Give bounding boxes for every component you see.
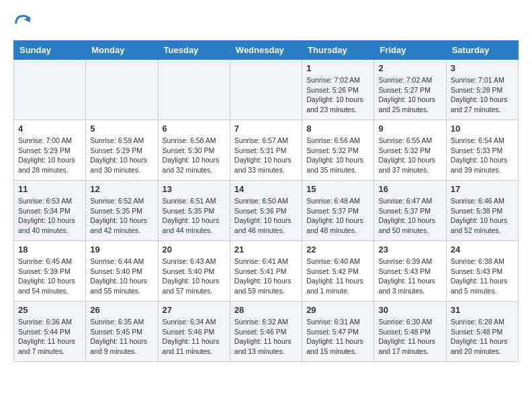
day-info: Sunrise: 6:34 AM Sunset: 5:46 PM Dayligh… <box>163 317 226 357</box>
day-number: 15 <box>306 184 369 194</box>
calendar-cell: 27Sunrise: 6:34 AM Sunset: 5:46 PM Dayli… <box>158 302 230 362</box>
day-number: 20 <box>163 244 226 255</box>
day-number: 10 <box>451 124 514 134</box>
day-info: Sunrise: 6:54 AM Sunset: 5:33 PM Dayligh… <box>451 136 514 175</box>
day-number: 25 <box>18 305 81 315</box>
calendar-cell: 13Sunrise: 6:51 AM Sunset: 5:35 PM Dayli… <box>158 181 230 241</box>
day-info: Sunrise: 6:30 AM Sunset: 5:48 PM Dayligh… <box>378 317 441 357</box>
day-number: 13 <box>163 184 226 194</box>
calendar-cell: 23Sunrise: 6:39 AM Sunset: 5:43 PM Dayli… <box>374 241 446 302</box>
calendar-cell <box>86 60 158 120</box>
day-number: 6 <box>163 124 226 134</box>
calendar-cell: 29Sunrise: 6:31 AM Sunset: 5:47 PM Dayli… <box>302 302 374 362</box>
day-header-saturday: Saturday <box>446 41 518 60</box>
calendar-cell: 8Sunrise: 6:56 AM Sunset: 5:32 PM Daylig… <box>302 120 374 181</box>
day-number: 27 <box>163 305 226 315</box>
day-info: Sunrise: 6:50 AM Sunset: 5:36 PM Dayligh… <box>234 196 298 236</box>
day-info: Sunrise: 6:32 AM Sunset: 5:46 PM Dayligh… <box>234 317 298 357</box>
day-info: Sunrise: 6:28 AM Sunset: 5:48 PM Dayligh… <box>451 317 514 357</box>
day-number: 18 <box>18 244 81 255</box>
calendar-week-row: 11Sunrise: 6:53 AM Sunset: 5:34 PM Dayli… <box>14 181 519 241</box>
day-number: 8 <box>306 124 369 134</box>
calendar-cell <box>158 60 230 120</box>
day-header-tuesday: Tuesday <box>158 41 230 60</box>
day-number: 5 <box>90 124 153 134</box>
day-info: Sunrise: 6:43 AM Sunset: 5:40 PM Dayligh… <box>163 257 226 296</box>
day-number: 28 <box>234 305 298 315</box>
day-number: 24 <box>451 244 514 255</box>
calendar-cell: 10Sunrise: 6:54 AM Sunset: 5:33 PM Dayli… <box>446 120 518 181</box>
calendar-week-row: 4Sunrise: 7:00 AM Sunset: 5:29 PM Daylig… <box>14 120 519 181</box>
day-number: 31 <box>451 305 514 315</box>
calendar-cell: 2Sunrise: 7:02 AM Sunset: 5:27 PM Daylig… <box>374 60 446 120</box>
day-info: Sunrise: 6:47 AM Sunset: 5:37 PM Dayligh… <box>378 196 441 236</box>
day-info: Sunrise: 6:38 AM Sunset: 5:43 PM Dayligh… <box>451 257 514 296</box>
calendar-table: SundayMondayTuesdayWednesdayThursdayFrid… <box>13 40 519 362</box>
calendar-cell: 19Sunrise: 6:44 AM Sunset: 5:40 PM Dayli… <box>86 241 158 302</box>
calendar-cell: 21Sunrise: 6:41 AM Sunset: 5:41 PM Dayli… <box>230 241 302 302</box>
day-info: Sunrise: 7:02 AM Sunset: 5:27 PM Dayligh… <box>378 75 441 115</box>
calendar-week-row: 1Sunrise: 7:02 AM Sunset: 5:26 PM Daylig… <box>14 60 519 120</box>
day-info: Sunrise: 6:58 AM Sunset: 5:30 PM Dayligh… <box>163 136 226 175</box>
day-info: Sunrise: 6:39 AM Sunset: 5:43 PM Dayligh… <box>378 257 441 296</box>
calendar-cell: 7Sunrise: 6:57 AM Sunset: 5:31 PM Daylig… <box>230 120 302 181</box>
day-header-thursday: Thursday <box>302 41 374 60</box>
calendar-cell: 5Sunrise: 6:59 AM Sunset: 5:29 PM Daylig… <box>86 120 158 181</box>
day-info: Sunrise: 6:57 AM Sunset: 5:31 PM Dayligh… <box>234 136 298 175</box>
calendar-cell <box>14 60 86 120</box>
day-number: 29 <box>306 305 369 315</box>
calendar-cell: 26Sunrise: 6:35 AM Sunset: 5:45 PM Dayli… <box>86 302 158 362</box>
page-header <box>13 13 519 34</box>
calendar-cell: 16Sunrise: 6:47 AM Sunset: 5:37 PM Dayli… <box>374 181 446 241</box>
day-number: 14 <box>234 184 298 194</box>
calendar-cell: 1Sunrise: 7:02 AM Sunset: 5:26 PM Daylig… <box>302 60 374 120</box>
calendar-cell: 18Sunrise: 6:45 AM Sunset: 5:39 PM Dayli… <box>14 241 86 302</box>
day-header-sunday: Sunday <box>14 41 86 60</box>
day-number: 12 <box>90 184 153 194</box>
day-info: Sunrise: 6:52 AM Sunset: 5:35 PM Dayligh… <box>90 196 153 236</box>
calendar-cell: 17Sunrise: 6:46 AM Sunset: 5:38 PM Dayli… <box>446 181 518 241</box>
day-info: Sunrise: 6:31 AM Sunset: 5:47 PM Dayligh… <box>306 317 369 357</box>
calendar-cell: 9Sunrise: 6:55 AM Sunset: 5:32 PM Daylig… <box>374 120 446 181</box>
calendar-cell: 14Sunrise: 6:50 AM Sunset: 5:36 PM Dayli… <box>230 181 302 241</box>
day-info: Sunrise: 6:40 AM Sunset: 5:42 PM Dayligh… <box>306 257 369 296</box>
day-number: 23 <box>378 244 441 255</box>
day-info: Sunrise: 6:44 AM Sunset: 5:40 PM Dayligh… <box>90 257 153 296</box>
day-header-friday: Friday <box>374 41 446 60</box>
logo <box>13 13 35 34</box>
day-info: Sunrise: 6:59 AM Sunset: 5:29 PM Dayligh… <box>90 136 153 175</box>
calendar-cell: 24Sunrise: 6:38 AM Sunset: 5:43 PM Dayli… <box>446 241 518 302</box>
calendar-cell <box>230 60 302 120</box>
day-number: 21 <box>234 244 298 255</box>
calendar-header-row: SundayMondayTuesdayWednesdayThursdayFrid… <box>14 41 519 60</box>
day-header-wednesday: Wednesday <box>230 41 302 60</box>
calendar-cell: 22Sunrise: 6:40 AM Sunset: 5:42 PM Dayli… <box>302 241 374 302</box>
day-info: Sunrise: 6:51 AM Sunset: 5:35 PM Dayligh… <box>163 196 226 236</box>
day-number: 3 <box>451 63 514 73</box>
day-number: 16 <box>378 184 441 194</box>
calendar-week-row: 18Sunrise: 6:45 AM Sunset: 5:39 PM Dayli… <box>14 241 519 302</box>
calendar-cell: 28Sunrise: 6:32 AM Sunset: 5:46 PM Dayli… <box>230 302 302 362</box>
day-number: 22 <box>306 244 369 255</box>
day-number: 19 <box>90 244 153 255</box>
logo-icon <box>13 13 34 34</box>
day-number: 26 <box>90 305 153 315</box>
day-number: 11 <box>18 184 81 194</box>
calendar-cell: 11Sunrise: 6:53 AM Sunset: 5:34 PM Dayli… <box>14 181 86 241</box>
day-header-monday: Monday <box>86 41 158 60</box>
day-info: Sunrise: 6:56 AM Sunset: 5:32 PM Dayligh… <box>306 136 369 175</box>
calendar-cell: 20Sunrise: 6:43 AM Sunset: 5:40 PM Dayli… <box>158 241 230 302</box>
calendar-cell: 31Sunrise: 6:28 AM Sunset: 5:48 PM Dayli… <box>446 302 518 362</box>
calendar-week-row: 25Sunrise: 6:36 AM Sunset: 5:44 PM Dayli… <box>14 302 519 362</box>
calendar-cell: 6Sunrise: 6:58 AM Sunset: 5:30 PM Daylig… <box>158 120 230 181</box>
day-info: Sunrise: 7:01 AM Sunset: 5:28 PM Dayligh… <box>451 75 514 115</box>
day-number: 17 <box>451 184 514 194</box>
day-number: 9 <box>378 124 441 134</box>
day-info: Sunrise: 7:00 AM Sunset: 5:29 PM Dayligh… <box>18 136 81 175</box>
day-info: Sunrise: 6:46 AM Sunset: 5:38 PM Dayligh… <box>451 196 514 236</box>
day-number: 30 <box>378 305 441 315</box>
day-number: 2 <box>378 63 441 73</box>
calendar-cell: 30Sunrise: 6:30 AM Sunset: 5:48 PM Dayli… <box>374 302 446 362</box>
calendar-cell: 25Sunrise: 6:36 AM Sunset: 5:44 PM Dayli… <box>14 302 86 362</box>
day-info: Sunrise: 6:53 AM Sunset: 5:34 PM Dayligh… <box>18 196 81 236</box>
